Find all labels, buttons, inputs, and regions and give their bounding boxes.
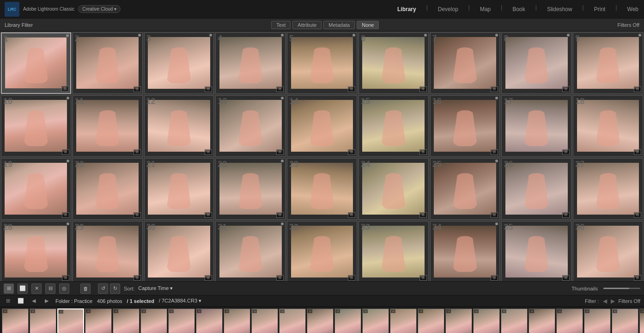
people-view-button[interactable]: ◎ xyxy=(59,284,69,294)
filmstrip-thumbnail[interactable]: ⊟ xyxy=(279,308,306,333)
filename-label[interactable]: / 7C2A3884.CR3 ▾ xyxy=(159,298,201,304)
grid-cell[interactable]: 4⊟ xyxy=(215,32,286,94)
view-mode-toggle[interactable]: ⊞ xyxy=(4,297,12,305)
filmstrip-corner-icon: ⊟ xyxy=(640,309,644,313)
filmstrip-thumbnail[interactable]: ⊟ xyxy=(30,308,56,333)
delete-button[interactable]: 🗑 xyxy=(80,284,91,294)
grid-cell[interactable]: 33⊟ xyxy=(358,221,429,281)
cell-badge: ⊟ xyxy=(134,149,141,155)
filmstrip-thumbnail[interactable]: ⊟ xyxy=(85,308,112,333)
grid-cell[interactable]: 22⊟ xyxy=(215,158,286,220)
filmstrip-thumbnail[interactable]: ⊟ xyxy=(113,308,140,333)
grid-cell[interactable]: 12⊟ xyxy=(144,95,214,157)
filmstrip-corner-icon: ⊟ xyxy=(502,309,506,313)
filmstrip-thumbnail[interactable]: ⊟ xyxy=(501,308,528,333)
filmstrip-thumbnail[interactable]: ⊟ xyxy=(445,308,472,333)
nav-web[interactable]: Web xyxy=(626,4,639,14)
grid-cell[interactable]: 6⊟ xyxy=(358,32,429,94)
nav-develop[interactable]: Develop xyxy=(437,4,459,14)
grid-cell[interactable]: 20⊟ xyxy=(73,158,143,220)
grid-cell[interactable]: 21⊟ xyxy=(144,158,214,220)
rotate-right-icon[interactable]: ↻ xyxy=(110,284,120,294)
corner-indicator xyxy=(495,222,498,225)
grid-cell[interactable]: 10⊟ xyxy=(1,95,71,157)
filter-prev-arrow[interactable]: ◀ xyxy=(603,298,607,304)
grid-cell[interactable]: 17⊟ xyxy=(501,95,571,157)
nav-library[interactable]: Library xyxy=(396,4,417,14)
grid-cell[interactable]: 9⊟ xyxy=(573,32,643,94)
grid-cell[interactable]: 32⊟ xyxy=(287,221,357,281)
grid-cell[interactable]: 27⊟ xyxy=(573,158,643,220)
filmstrip-thumbnail[interactable]: ⊟ xyxy=(251,308,278,333)
nav-book[interactable]: Book xyxy=(511,4,526,14)
nav-slideshow[interactable]: Slideshow xyxy=(546,4,573,14)
grid-cell[interactable]: 15⊟ xyxy=(358,95,429,157)
cell-badge: ⊟ xyxy=(276,86,284,92)
grid-cell[interactable]: 7⊟ xyxy=(430,32,500,94)
survey-view-button[interactable]: ⊟ xyxy=(45,284,55,294)
back-arrow[interactable]: ◀ xyxy=(30,297,38,305)
grid-cell[interactable]: 13⊟ xyxy=(215,95,286,157)
nav-map[interactable]: Map xyxy=(479,4,492,14)
filmstrip-thumbnail[interactable]: ⊟ xyxy=(307,308,334,333)
grid-cell[interactable]: 18⊟ xyxy=(573,95,643,157)
grid-cell[interactable]: 2⊟ xyxy=(73,32,143,94)
filmstrip-thumbnail[interactable]: ⊟ xyxy=(556,308,583,333)
corner-indicator xyxy=(567,34,570,37)
filmstrip-thumbnail[interactable]: ⊟ xyxy=(224,308,250,333)
filmstrip-thumbnail[interactable]: ⊟ xyxy=(196,308,223,333)
sort-dropdown[interactable]: Capture Time ▾ xyxy=(138,285,173,291)
compare-view-button[interactable]: ✕ xyxy=(31,284,42,294)
filmstrip-thumbnail[interactable]: ⊟ xyxy=(2,308,29,333)
filmstrip-thumbnail[interactable]: ⊟ xyxy=(473,308,500,333)
grid-cell[interactable]: 31⊟ xyxy=(215,221,286,281)
flag-icon[interactable]: ⬜ xyxy=(17,297,25,305)
grid-cell[interactable]: 24⊟ xyxy=(358,158,429,220)
filmstrip-corner-icon: ⊟ xyxy=(225,309,229,313)
filmstrip-thumbnail[interactable]: ⊟ xyxy=(57,308,84,333)
filmstrip-thumbnail[interactable]: ⊟ xyxy=(140,308,167,333)
filter-metadata-button[interactable]: Metadata xyxy=(323,21,355,29)
grid-cell[interactable]: 19⊟ xyxy=(1,158,71,220)
cell-badge: ⊟ xyxy=(62,149,69,155)
filter-attribute-button[interactable]: Attribute xyxy=(292,21,322,29)
filmstrip-thumbnail[interactable]: ⊟ xyxy=(362,308,389,333)
corner-indicator xyxy=(638,34,641,37)
grid-cell[interactable]: 35⊟ xyxy=(501,221,571,281)
filmstrip-thumbnail[interactable]: ⊟ xyxy=(390,308,417,333)
filmstrip-thumbnail[interactable]: ⊟ xyxy=(639,308,644,333)
filmstrip-thumbnail[interactable]: ⊟ xyxy=(612,308,638,333)
grid-cell[interactable]: 8⊟ xyxy=(501,32,571,94)
rotate-left-icon[interactable]: ↺ xyxy=(98,284,108,294)
grid-cell[interactable]: 25⊟ xyxy=(430,158,500,220)
filter-next-arrow[interactable]: ▶ xyxy=(611,298,615,304)
filmstrip-thumbnail[interactable]: ⊟ xyxy=(584,308,611,333)
grid-cell[interactable]: 34⊟ xyxy=(430,221,500,281)
filmstrip-thumbnail[interactable]: ⊟ xyxy=(418,308,444,333)
filmstrip-thumbnail[interactable]: ⊟ xyxy=(334,308,361,333)
grid-cell[interactable]: 5⊟ xyxy=(287,32,357,94)
thumbnail-size-slider[interactable] xyxy=(603,288,640,289)
grid-cell[interactable]: 3⊟ xyxy=(144,32,214,94)
filmstrip-thumbnail[interactable]: ⊟ xyxy=(529,308,555,333)
forward-arrow[interactable]: ▶ xyxy=(43,297,51,305)
grid-cell[interactable]: 14⊟ xyxy=(287,95,357,157)
grid-cell[interactable]: 16⊟ xyxy=(430,95,500,157)
grid-cell[interactable]: 30⊟ xyxy=(144,221,214,281)
grid-cell[interactable]: 36⊟ xyxy=(573,221,643,281)
creative-cloud-button[interactable]: Creative Cloud ▾ xyxy=(78,5,121,13)
filter-text-button[interactable]: Text xyxy=(271,21,291,29)
nav-print[interactable]: Print xyxy=(593,4,607,14)
grid-view-button[interactable]: ⊞ xyxy=(4,284,14,294)
grid-cell[interactable]: 28⊟ xyxy=(1,221,71,281)
grid-cell[interactable]: 23⊟ xyxy=(287,158,357,220)
filmstrip-thumbnail[interactable]: ⊟ xyxy=(168,308,195,333)
grid-cell[interactable]: 11⊟ xyxy=(73,95,143,157)
cell-number: 11 xyxy=(75,97,84,106)
grid-cell[interactable]: 29⊟ xyxy=(73,221,143,281)
loupe-view-button[interactable]: ⬜ xyxy=(18,284,28,294)
photo-thumbnail xyxy=(148,226,210,277)
grid-cell[interactable]: 1⊟ xyxy=(1,32,71,94)
grid-cell[interactable]: 26⊟ xyxy=(501,158,571,220)
filter-none-button[interactable]: None xyxy=(357,21,379,29)
